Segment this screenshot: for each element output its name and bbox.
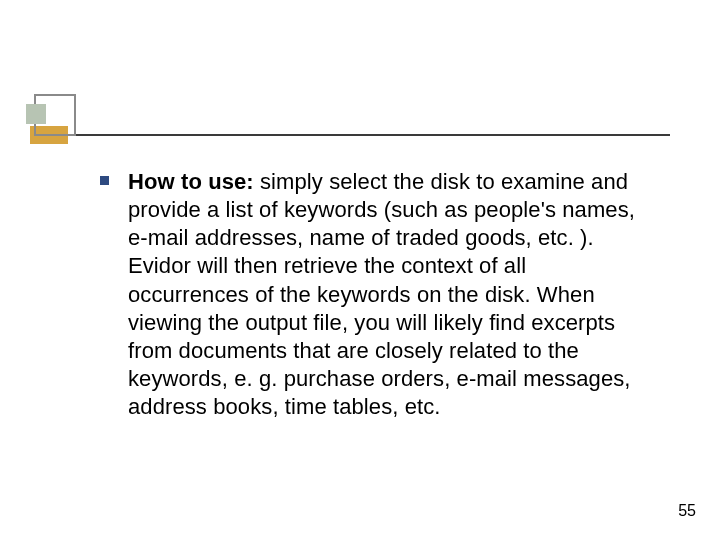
bullet-block: How to use: simply select the disk to ex… [92,168,652,421]
bullet-lead: How to use: [128,169,254,194]
page-number: 55 [678,502,696,520]
slide: How to use: simply select the disk to ex… [0,0,720,540]
header-rule [30,134,670,136]
header-square-filled [26,104,46,124]
bullet-body: simply select the disk to examine and pr… [128,169,635,419]
bullet-text: How to use: simply select the disk to ex… [92,168,652,421]
